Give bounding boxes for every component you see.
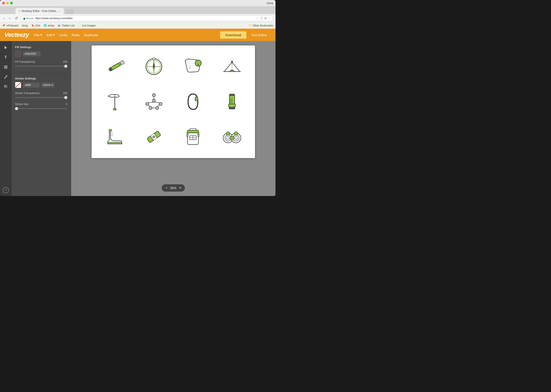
exit-editor-button[interactable]: Exit Editor → <box>252 33 271 37</box>
svg-rect-0 <box>23 18 25 20</box>
stroke-size-slider[interactable] <box>15 107 67 110</box>
binoculars-icon[interactable] <box>213 120 251 154</box>
stroke-size-label: Stroke Size <box>15 103 28 106</box>
canvas-frame <box>92 45 255 158</box>
address-bar[interactable]: Secure https://www.vecteezy.com/editor ☆… <box>21 15 273 21</box>
bookmark-dong[interactable]: dong <box>22 24 28 27</box>
zoom-bar: − 50% + <box>162 184 185 192</box>
pattern-tool-button[interactable] <box>2 63 10 71</box>
undo-label: Undo <box>59 33 67 37</box>
menu-undo[interactable]: Undo <box>59 33 67 37</box>
minimize-button[interactable] <box>6 2 9 4</box>
active-tab[interactable]: V Vecteezy Editor - Free Online... × <box>15 8 64 14</box>
text-tool-icon: T <box>4 55 7 60</box>
mountain-dots-icon[interactable] <box>135 85 172 118</box>
svg-rect-53 <box>109 129 112 131</box>
svg-point-33 <box>149 106 152 110</box>
fill-transparency-thumb[interactable] <box>64 65 67 68</box>
tab-close-icon[interactable]: × <box>59 10 61 12</box>
zoom-in-icon: + <box>179 186 181 190</box>
close-button[interactable] <box>2 2 5 4</box>
app-logo: Vecteezy <box>4 31 29 38</box>
menu-duplicate[interactable]: Duplicate <box>84 33 98 37</box>
edit-label: Edit <box>47 33 52 37</box>
menu-icon[interactable]: ⋮ <box>268 17 271 20</box>
pocket-knife-icon[interactable] <box>96 50 133 83</box>
other-bookmarks[interactable]: 📁 Other Bookmarks <box>249 24 273 27</box>
pen-tool-button[interactable] <box>2 73 10 81</box>
ice-axe-icon[interactable] <box>96 85 133 118</box>
shape-tool-button[interactable] <box>2 83 10 91</box>
carabiner-icon[interactable] <box>174 85 211 118</box>
svg-rect-9 <box>5 85 6 86</box>
boot-icon[interactable] <box>96 120 133 154</box>
secure-label: Secure <box>26 17 34 20</box>
fill-transparency-slider[interactable] <box>15 65 67 68</box>
svg-rect-45 <box>229 107 235 109</box>
bookmark-star-icon[interactable]: ☆ <box>256 17 259 20</box>
stroke-transparency-thumb[interactable] <box>64 96 67 99</box>
download-button[interactable]: Download <box>220 31 247 39</box>
stroke-transparency-row: Stroke Transparency 100 <box>15 91 67 99</box>
svg-point-77 <box>226 132 230 135</box>
bandage-icon[interactable] <box>135 120 172 154</box>
bookmark-icon: 🌐 <box>44 24 47 27</box>
bookmark-lint[interactable]: 📄 Lint Images <box>78 24 96 27</box>
menu-file[interactable]: File ▾ <box>34 33 42 37</box>
bookmark-shrk[interactable]: 🔖 shrk <box>31 24 40 27</box>
nav-bar: ‹ › ↺ Secure https://www.vecteezy.com/ed… <box>0 14 276 22</box>
svg-point-32 <box>159 102 162 105</box>
svg-point-34 <box>156 106 159 110</box>
text-tool-button[interactable]: T <box>2 53 10 61</box>
map-pin-icon[interactable] <box>174 50 211 83</box>
compass-icon[interactable] <box>135 50 172 83</box>
bookmark-label: Other Bookmarks <box>253 24 273 27</box>
info-icon[interactable]: ⓘ <box>260 16 263 20</box>
back-button[interactable]: ‹ <box>2 16 6 21</box>
bookmark-twitter[interactable]: 🐦 Twitter List <box>58 24 74 27</box>
stroke-position-select[interactable]: Above ▾ <box>41 83 55 87</box>
fill-color-swatch[interactable] <box>15 50 21 57</box>
zoom-in-button[interactable]: + <box>179 186 181 190</box>
section-divider <box>15 72 67 72</box>
help-button[interactable]: ? <box>3 187 9 193</box>
secure-badge: Secure <box>23 17 34 20</box>
forward-button[interactable]: › <box>8 16 12 21</box>
svg-rect-28 <box>113 108 116 110</box>
svg-point-75 <box>234 136 237 140</box>
new-tab-button[interactable] <box>66 9 74 14</box>
bookmarks-bar: 📌 +Pinboard dong 🔖 shrk 🌐 emoji 🐦 Twitte… <box>0 22 276 29</box>
backpack-icon[interactable] <box>174 120 211 154</box>
svg-point-29 <box>152 94 155 97</box>
fill-color-row: #5b5050 <box>15 50 67 57</box>
stroke-transparency-slider[interactable] <box>15 96 67 99</box>
fill-settings-title: Fill Settings <box>15 45 67 49</box>
zoom-out-icon: − <box>165 186 167 190</box>
tool-sidebar: T ? <box>0 41 12 196</box>
twitter-icon: 🐦 <box>58 24 61 27</box>
app-container: Vecteezy File ▾ Edit ▾ Undo Redo Du <box>0 29 276 196</box>
menu-edit[interactable]: Edit ▾ <box>47 33 55 37</box>
bookmark-label: dong <box>22 24 28 27</box>
fill-transparency-value: 100 <box>63 60 67 63</box>
refresh-button[interactable]: ↺ <box>14 16 19 21</box>
zoom-out-button[interactable]: − <box>165 186 167 190</box>
extensions-icon[interactable]: ⊞ <box>264 17 267 20</box>
redo-label: Redo <box>72 33 80 37</box>
flashlight-icon[interactable] <box>213 85 251 118</box>
fill-color-input[interactable]: #5b5050 <box>23 51 41 56</box>
tab-bar: V Vecteezy Editor - Free Online... × <box>0 6 276 14</box>
stroke-settings-title: Stroke Settings <box>15 77 67 80</box>
stroke-color-input[interactable]: #ffffff <box>23 83 40 88</box>
svg-point-22 <box>198 63 199 64</box>
stroke-position-value: Above <box>43 84 50 86</box>
stroke-size-thumb[interactable] <box>15 107 18 110</box>
select-tool-button[interactable] <box>2 44 10 52</box>
bookmark-pinboard[interactable]: 📌 +Pinboard <box>2 24 18 27</box>
stroke-size-value: 0 <box>66 103 67 106</box>
stroke-color-swatch[interactable] <box>15 82 21 88</box>
maximize-button[interactable] <box>10 2 13 4</box>
bookmark-emoji[interactable]: 🌐 emoji <box>44 24 54 27</box>
tent-icon[interactable] <box>213 50 251 83</box>
menu-redo[interactable]: Redo <box>72 33 80 37</box>
